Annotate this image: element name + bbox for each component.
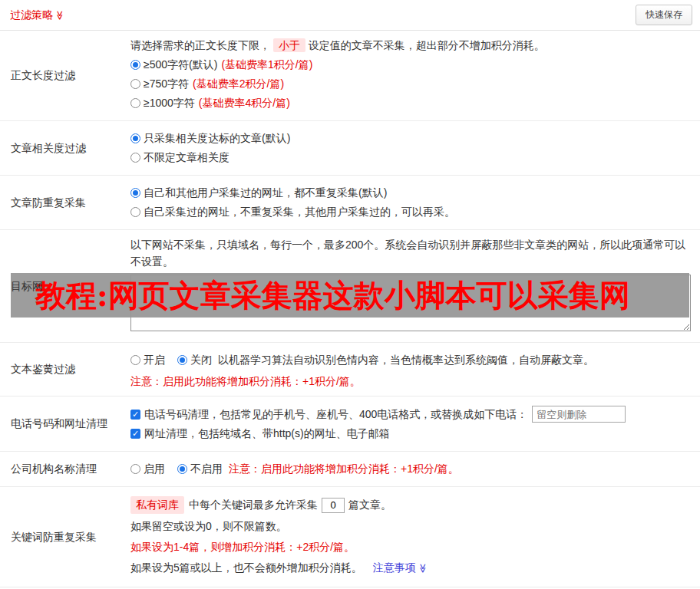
relevance-option-strict[interactable]: 只采集相关度达标的文章(默认) — [130, 130, 691, 146]
section-label: 关键词防重复采集 — [0, 529, 130, 545]
radio-icon[interactable] — [130, 188, 140, 198]
option-label: ≥500字符(默认) — [144, 57, 217, 73]
chevron-down-icon: ≫ — [53, 11, 67, 21]
section-label: 文章相关度过滤 — [0, 140, 130, 156]
section-text-length: 正文长度过滤 请选择需求的正文长度下限， 小于 设定值的文章不采集，超出部分不增… — [0, 31, 700, 121]
length-option-500[interactable]: ≥500字符(默认) (基础费率1积分/篇) — [130, 57, 691, 73]
porn-warning: 注意：启用此功能将增加积分消耗：+1积分/篇。 — [130, 373, 691, 390]
option-label: 自己和其他用户采集过的网址，都不重复采集(默认) — [144, 185, 387, 201]
notice-link[interactable]: 注意事项≫ — [373, 561, 428, 574]
option-note: (基础费率4积分/篇) — [199, 95, 290, 111]
radio-icon[interactable] — [130, 79, 140, 89]
url-clean-item[interactable]: 网址清理，包括纯域名、带http(s)的网址、电子邮箱 — [130, 426, 691, 442]
option-label: ≥1000字符 — [144, 95, 195, 111]
company-option-on[interactable]: 启用 — [144, 461, 165, 477]
relevance-option-any[interactable]: 不限定文章相关度 — [130, 150, 691, 166]
section-label: 文本鉴黄过滤 — [0, 361, 130, 377]
keyword-line1-text: 中每个关键词最多允许采集 — [189, 497, 318, 513]
dedup-option-global[interactable]: 自己和其他用户采集过的网址，都不重复采集(默认) — [130, 185, 691, 201]
radio-icon[interactable] — [130, 153, 140, 163]
company-warning: 注意：启用此功能将增加积分消耗：+1积分/篇。 — [229, 461, 459, 477]
page-title: 过滤策略 — [10, 8, 53, 21]
less-than-badge: 小于 — [273, 38, 305, 52]
section-relevance: 文章相关度过滤 只采集相关度达标的文章(默认) 不限定文章相关度 — [0, 121, 700, 176]
porn-option-on[interactable]: 开启 — [144, 352, 165, 368]
porn-desc: 以机器学习算法自动识别色情内容，当色情概率达到系统阈值，自动屏蔽文章。 — [218, 352, 594, 368]
option-label: 只采集相关度达标的文章(默认) — [144, 130, 290, 146]
option-label: 不限定文章相关度 — [144, 150, 229, 166]
company-option-off[interactable]: 不启用 — [190, 461, 223, 477]
porn-option-off[interactable]: 关闭 — [190, 352, 212, 368]
radio-icon[interactable] — [130, 207, 140, 217]
section-label: 公司机构名称清理 — [0, 461, 130, 477]
option-note: (基础费率2积分/篇) — [193, 76, 284, 92]
phone-clean-item[interactable]: 电话号码清理，包括常见的手机号、座机号、400电话格式，或替换成如下电话： — [130, 406, 691, 423]
option-label: ≥750字符 — [144, 76, 189, 92]
dedup-option-self[interactable]: 自己采集过的网址，不重复采集，其他用户采集过的，可以再采。 — [130, 204, 691, 220]
length-intro: 请选择需求的正文长度下限， 小于 设定值的文章不采集，超出部分不增加积分消耗。 — [130, 37, 691, 54]
section-dedup: 文章防重复采集 自己和其他用户采集过的网址，都不重复采集(默认) 自己采集过的网… — [0, 176, 700, 230]
chevron-down-icon: ≫ — [416, 564, 430, 574]
checkbox-icon[interactable] — [130, 429, 140, 439]
keyword-count-input[interactable] — [322, 498, 345, 513]
section-porn-filter: 文本鉴黄过滤 开启 关闭 以机器学习算法自动识别色情内容，当色情概率达到系统阈值… — [0, 343, 700, 397]
section-label: 正文长度过滤 — [0, 67, 130, 84]
blacklist-desc: 以下网站不采集，只填域名，每行一个，最多200个。系统会自动识别并屏蔽那些非文章… — [130, 236, 691, 270]
notice-link-label: 注意事项 — [373, 561, 416, 574]
radio-icon[interactable] — [130, 464, 140, 474]
phone-clean-label: 电话号码清理，包括常见的手机号、座机号、400电话格式，或替换成如下电话： — [144, 406, 527, 423]
section-label: 目标网 — [0, 278, 130, 294]
intro-pre: 请选择需求的正文长度下限， — [130, 39, 270, 51]
keyword-note-zero: 如果留空或设为0，则不限篇数。 — [130, 518, 691, 535]
keyword-note-five: 如果设为5篇或以上，也不会额外增加积分消耗。 注意事项≫ — [130, 560, 691, 576]
radio-icon[interactable] — [130, 98, 140, 108]
checkbox-icon[interactable] — [130, 410, 140, 420]
section-phone-url-clean: 电话号码和网址清理 电话号码清理，包括常见的手机号、座机号、400电话格式，或替… — [0, 397, 700, 452]
keyword-note-five-text: 如果设为5篇或以上，也不会额外增加积分消耗。 — [130, 561, 362, 574]
keyword-note-cost: 如果设为1-4篇，则增加积分消耗：+2积分/篇。 — [130, 539, 691, 555]
section-label: 文章防重复采集 — [0, 195, 130, 211]
option-label: 自己采集过的网址，不重复采集，其他用户采集过的，可以再采。 — [144, 204, 455, 220]
radio-icon[interactable] — [130, 60, 140, 70]
radio-icon[interactable] — [177, 355, 187, 365]
section-company-clean: 公司机构名称清理 启用 不启用 注意：启用此功能将增加积分消耗：+1积分/篇。 — [0, 452, 700, 487]
intro-post: 设定值的文章不采集，超出部分不增加积分消耗。 — [309, 39, 545, 51]
url-clean-label: 网址清理，包括纯域名、带http(s)的网址、电子邮箱 — [144, 426, 390, 442]
option-note: (基础费率1积分/篇) — [221, 57, 312, 73]
quick-save-button[interactable]: 快速保存 — [636, 5, 692, 25]
section-label: 电话号码和网址清理 — [0, 416, 130, 432]
top-toolbar: 过滤策略≫ 快速保存 — [0, 0, 700, 31]
section-keyword-dedup: 关键词防重复采集 私有词库 中每个关键词最多允许采集 篇文章。 如果留空或设为0… — [0, 487, 700, 587]
private-lexicon-badge: 私有词库 — [130, 496, 184, 514]
length-option-1000[interactable]: ≥1000字符 (基础费率4积分/篇) — [130, 95, 691, 111]
radio-icon[interactable] — [177, 464, 187, 474]
length-option-750[interactable]: ≥750字符 (基础费率2积分/篇) — [130, 76, 691, 92]
filter-strategy-toggle[interactable]: 过滤策略≫ — [10, 7, 65, 23]
keyword-line1-suffix: 篇文章。 — [348, 497, 391, 513]
radio-icon[interactable] — [130, 133, 140, 143]
replacement-phone-input[interactable] — [532, 406, 626, 423]
radio-icon[interactable] — [130, 355, 140, 365]
